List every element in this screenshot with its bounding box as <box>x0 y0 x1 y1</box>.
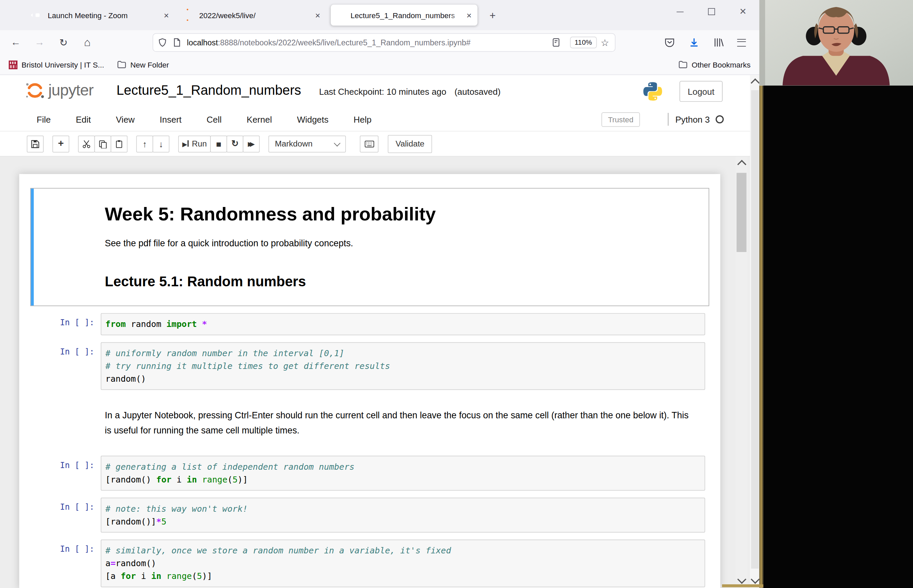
restart-run-all-button[interactable]: ▶▶ <box>243 136 260 152</box>
window-maximize-button[interactable] <box>699 0 724 23</box>
cut-icon <box>82 139 91 148</box>
notebook-cell-code[interactable]: In [ ]:# uniformly random number in the … <box>30 342 709 390</box>
pocket-icon[interactable] <box>664 37 676 48</box>
url-text[interactable]: localhost:8888/notebooks/2022/week5/live… <box>187 38 549 47</box>
notebook-cell-code[interactable]: In [ ]:# generating a list of independen… <box>30 456 709 491</box>
markdown-h1: Week 5: Randomness and probability <box>105 204 695 225</box>
scroll-up-icon[interactable] <box>737 160 746 169</box>
other-bookmarks[interactable]: Other Bookmarks <box>678 60 751 69</box>
menu-insert[interactable]: Insert <box>160 114 181 124</box>
close-tab-icon[interactable]: × <box>315 10 320 20</box>
scroll-up-icon[interactable] <box>750 78 759 87</box>
code-input[interactable]: # generating a list of independent rando… <box>101 456 705 491</box>
markdown-h2: Lecture 5.1: Random numbers <box>105 274 695 291</box>
scroll-down-icon[interactable] <box>737 575 746 584</box>
code-input[interactable]: # uniformly random number in the interva… <box>101 342 705 390</box>
scrollbar-thumb[interactable] <box>737 173 746 252</box>
tab-notebook-active[interactable]: Lecture5_1_Random_numbers × <box>331 5 478 26</box>
plus-icon: + <box>58 138 63 150</box>
page-icon <box>172 38 182 47</box>
notebook-title[interactable]: Lecture5_1_Random_numbers <box>116 82 301 99</box>
back-icon[interactable]: ← <box>7 34 24 51</box>
notebook-scrollbar[interactable] <box>735 157 748 588</box>
code-input[interactable]: # note: this way won't work![random()]*5 <box>101 498 705 533</box>
window-minimize-button[interactable] <box>667 0 693 23</box>
tab-jupyter-tree[interactable]: 2022/week5/live/ × <box>179 5 326 26</box>
menu-file[interactable]: File <box>37 114 51 124</box>
scrollbar-thumb[interactable] <box>751 90 759 569</box>
menu-hamburger-icon[interactable] <box>737 39 746 46</box>
menu-cell[interactable]: Cell <box>207 114 222 124</box>
scroll-down-icon[interactable] <box>750 575 759 584</box>
logout-button[interactable]: Logout <box>679 81 722 102</box>
add-cell-button[interactable]: + <box>52 136 69 152</box>
restart-kernel-button[interactable]: ↻ <box>227 136 243 152</box>
run-label: Run <box>192 139 207 149</box>
notebook-cell-code[interactable]: In [ ]:# similarly, once we store a rand… <box>30 540 709 587</box>
presenter-video <box>759 0 913 86</box>
zoom-level-button[interactable]: 110% <box>570 37 596 48</box>
paste-cell-button[interactable] <box>111 136 128 152</box>
paste-icon <box>115 139 123 148</box>
copy-cell-button[interactable] <box>94 136 111 152</box>
bookmark-bristol[interactable]: Bristol University | IT S... <box>9 60 104 69</box>
url-bar[interactable]: localhost:8888/notebooks/2022/week5/live… <box>153 33 615 52</box>
notebook-cell-code[interactable]: In [ ]:from random import * <box>30 313 709 335</box>
notebook-cell-code[interactable]: In [ ]:# note: this way won't work![rand… <box>30 498 709 533</box>
bristol-favicon <box>9 60 18 69</box>
notebook-scroll-area: Week 5: Randomness and probabilitySee th… <box>0 157 763 588</box>
interrupt-kernel-button[interactable]: ■ <box>210 136 227 152</box>
run-cell-button[interactable]: ▶ Run <box>178 136 211 152</box>
notebook-menubar: File Edit View Insert Cell Kernel Widget… <box>0 108 763 131</box>
menu-edit[interactable]: Edit <box>76 114 91 124</box>
checkpoint-status: Last Checkpoint: 10 minutes ago(autosave… <box>319 87 500 97</box>
menu-view[interactable]: View <box>116 114 135 124</box>
menu-widgets[interactable]: Widgets <box>297 114 329 124</box>
notebook-cell-markdown[interactable]: Week 5: Randomness and probabilitySee th… <box>30 188 709 306</box>
code-input[interactable]: from random import * <box>101 313 705 335</box>
bookmark-new-folder[interactable]: New Folder <box>117 60 169 69</box>
save-button[interactable] <box>27 136 44 152</box>
restart-icon: ↻ <box>231 139 239 149</box>
move-cell-up-button[interactable]: ↑ <box>136 136 153 152</box>
library-icon[interactable] <box>713 37 724 48</box>
shield-icon <box>158 38 167 47</box>
close-tab-icon[interactable]: × <box>466 10 472 20</box>
minimize-icon <box>677 11 684 12</box>
menu-help[interactable]: Help <box>354 114 371 124</box>
forward-icon[interactable]: → <box>31 34 49 51</box>
home-icon[interactable]: ⌂ <box>79 34 96 51</box>
close-tab-icon[interactable]: × <box>164 10 169 20</box>
jupyter-logo[interactable]: jupyter <box>24 80 94 100</box>
menu-kernel[interactable]: Kernel <box>247 114 272 124</box>
cell-type-select[interactable]: Markdown <box>269 136 346 152</box>
code-input[interactable]: # similarly, once we store a random numb… <box>101 540 705 587</box>
tab-zoom[interactable]: Launch Meeting - Zoom × <box>28 5 175 26</box>
command-palette-button[interactable] <box>360 136 379 152</box>
notebook-icon <box>337 10 346 20</box>
validate-button[interactable]: Validate <box>388 135 432 153</box>
up-arrow-icon: ↑ <box>142 139 147 149</box>
bookmark-star-icon[interactable]: ☆ <box>601 37 609 48</box>
window-close-button[interactable]: ✕ <box>730 0 756 23</box>
trusted-button[interactable]: Trusted <box>602 112 640 126</box>
keyboard-icon <box>364 140 374 148</box>
reload-icon[interactable]: ↻ <box>55 34 72 51</box>
move-cell-down-button[interactable]: ↓ <box>153 136 170 152</box>
code-line: [random()]*5 <box>105 515 704 528</box>
reader-view-icon[interactable] <box>551 38 561 47</box>
new-tab-button[interactable]: + <box>484 10 501 24</box>
screen: Launch Meeting - Zoom × 2022/week5/live/… <box>0 0 913 588</box>
download-icon[interactable] <box>688 37 700 48</box>
jupyter-page: jupyter Lecture5_1_Random_numbers Last C… <box>0 75 763 588</box>
browser-scrollbar[interactable] <box>750 75 760 588</box>
jupyter-loading-icon <box>185 10 195 20</box>
cut-cell-button[interactable] <box>78 136 95 152</box>
notebook-cells: Week 5: Randomness and probabilitySee th… <box>30 188 709 587</box>
notebook-cell-markdown[interactable]: In a Jupyter Notebook, pressing Ctrl-Ent… <box>30 397 709 449</box>
code-line: # similarly, once we store a random numb… <box>105 544 704 557</box>
webcam-overlay <box>759 0 913 86</box>
maximize-icon <box>708 8 715 15</box>
tab-title: Lecture5_1_Random_numbers <box>351 11 463 19</box>
kernel-idle-icon <box>716 115 724 123</box>
